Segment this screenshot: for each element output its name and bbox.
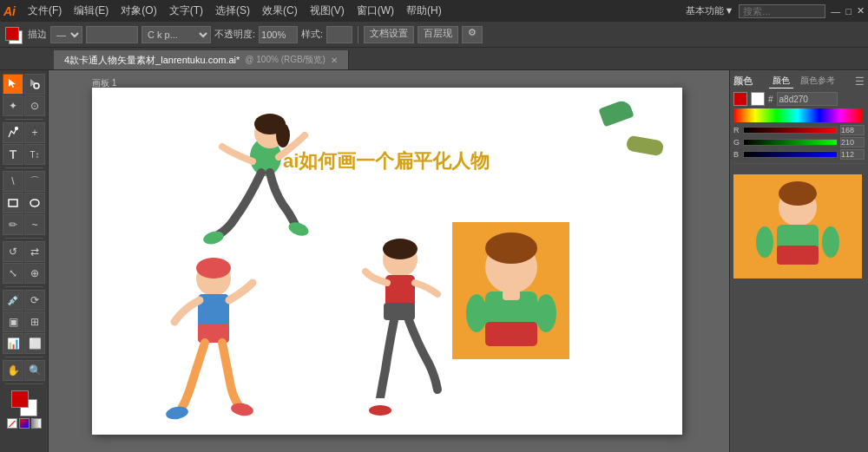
menu-edit[interactable]: 编辑(E) — [69, 3, 114, 18]
graph-tool[interactable]: 📊 — [3, 333, 23, 354]
opacity-input[interactable] — [259, 26, 298, 43]
reflect-tool[interactable]: ⇄ — [24, 241, 45, 262]
svg-point-31 — [779, 181, 817, 206]
gradient-tool[interactable]: ▣ — [3, 311, 23, 332]
menu-object[interactable]: 对象(O) — [115, 3, 161, 18]
thumbnail-svg — [733, 174, 862, 278]
panel-menu-btn[interactable]: ☰ — [855, 75, 865, 88]
blend-tool[interactable]: ⟳ — [24, 290, 45, 311]
tool-divider-4 — [5, 286, 43, 287]
doc-settings-btn[interactable]: 文档设置 — [364, 26, 414, 43]
green-slider[interactable] — [743, 139, 838, 146]
tools-options-btn[interactable]: ⚙ — [462, 26, 483, 43]
red-channel-bar: R — [733, 125, 865, 135]
svg-point-33 — [756, 226, 773, 258]
direct-select-tool[interactable] — [24, 74, 45, 95]
menu-view[interactable]: 视图(V) — [305, 3, 350, 18]
line-tool[interactable]: \ — [3, 171, 23, 192]
tool-divider-3 — [5, 238, 43, 239]
tab-close-btn[interactable]: ✕ — [331, 56, 338, 65]
eyedropper-tool[interactable]: 💉 — [3, 290, 23, 311]
green-value-input[interactable] — [840, 137, 865, 147]
close-btn[interactable]: ✕ — [857, 5, 865, 16]
arc-tool[interactable]: ⌒ — [24, 171, 45, 192]
right-panel: 颜色 颜色 颜色参考 ☰ # R — [729, 70, 868, 452]
search-input[interactable] — [739, 4, 825, 18]
maximize-btn[interactable]: □ — [845, 6, 852, 16]
stroke-foreground-color — [5, 27, 19, 41]
artwork-thumbnail — [733, 174, 862, 278]
document-tab[interactable]: 4款卡通人物矢量素材_lanrentuku.com.ai* @ 100% (RG… — [54, 50, 349, 69]
style-input[interactable] — [326, 26, 352, 43]
none-swatch[interactable] — [7, 418, 17, 429]
menu-text[interactable]: 文字(T) — [164, 3, 208, 18]
pen-tool[interactable] — [3, 122, 23, 143]
female-runner-svg — [170, 105, 344, 252]
menu-effect[interactable]: 效果(C) — [257, 3, 303, 18]
thumbnail-panel — [730, 171, 868, 452]
gradient-swatch[interactable] — [31, 418, 42, 429]
scale-tool[interactable]: ⤡ — [3, 263, 23, 284]
color-spectrum-bar[interactable] — [733, 108, 862, 122]
stroke-color-preview[interactable] — [5, 27, 24, 43]
color-tab[interactable]: 颜色 — [769, 74, 793, 88]
select-tool[interactable] — [3, 74, 23, 95]
green-channel-bar: G — [733, 137, 865, 147]
shoe-object — [598, 99, 634, 128]
current-color-swatch[interactable] — [733, 92, 747, 106]
stroke-value-input[interactable] — [86, 26, 138, 43]
utility-tools-2: ▣ ⊞ — [3, 311, 45, 332]
warp-tool[interactable]: ⊕ — [24, 263, 45, 284]
ellipse-tool[interactable] — [24, 193, 45, 213]
menu-file[interactable]: 文件(F) — [23, 3, 67, 18]
hand-tool[interactable]: ✋ — [3, 360, 23, 381]
red-value-input[interactable] — [840, 125, 865, 135]
svg-rect-2 — [9, 200, 17, 206]
svg-point-34 — [822, 226, 839, 258]
rect-tool[interactable] — [3, 193, 23, 213]
magic-wand-tool[interactable]: ✦ — [3, 95, 23, 116]
smooth-tool[interactable]: ~ — [24, 214, 45, 235]
svg-rect-27 — [485, 322, 537, 346]
svg-point-7 — [276, 123, 290, 147]
stroke-type-select[interactable]: C k p... — [141, 26, 211, 43]
menu-window[interactable]: 窗口(W) — [352, 3, 399, 18]
olive-object — [626, 134, 664, 156]
red-slider[interactable] — [743, 127, 838, 134]
tab-filename: 4款卡通人物矢量素材_lanrentuku.com.ai* — [64, 54, 240, 67]
hex-value-input[interactable] — [777, 92, 838, 106]
blue-value-input[interactable] — [840, 149, 865, 160]
portrait-card — [452, 222, 569, 359]
app-logo: Ai — [3, 4, 16, 18]
tool-divider-5 — [5, 357, 43, 357]
vertical-type-tool[interactable]: T↕ — [24, 144, 45, 165]
mesh-tool[interactable]: ⊞ — [24, 311, 45, 332]
current-stroke-swatch[interactable] — [751, 92, 765, 106]
workspace-selector[interactable]: 基本功能▼ — [686, 4, 733, 17]
svg-point-11 — [196, 258, 231, 278]
color-ref-tab[interactable]: 颜色参考 — [797, 74, 838, 88]
menu-select[interactable]: 选择(S) — [210, 3, 255, 18]
artboard-tool[interactable]: ⬜ — [24, 333, 45, 354]
minimize-btn[interactable]: — — [831, 6, 840, 16]
blue-slider[interactable] — [743, 151, 838, 158]
zoom-tool[interactable]: 🔍 — [24, 360, 45, 381]
anchor-tool[interactable]: + — [24, 122, 45, 143]
blue-channel-bar: B — [733, 149, 865, 160]
fill-stroke-swatches[interactable] — [11, 390, 37, 416]
page-btn[interactable]: 百层现 — [418, 26, 458, 43]
rotate-tool[interactable]: ↺ — [3, 241, 23, 262]
lasso-tool[interactable]: ⊙ — [24, 95, 45, 116]
canvas-area: ai如何画一个扁平化人物 — [49, 70, 729, 452]
scale-tools: ⤡ ⊕ — [3, 263, 45, 284]
pencil-tools: ✏ ~ — [3, 214, 45, 235]
color-panel-title: 颜色 — [733, 75, 753, 88]
menu-help[interactable]: 帮助(H) — [401, 3, 447, 18]
type-tool[interactable]: T — [3, 144, 23, 165]
line-tools: \ ⌒ — [3, 171, 45, 192]
portrait-svg — [452, 222, 569, 359]
stroke-select[interactable]: — — [50, 26, 82, 43]
pencil-tool[interactable]: ✏ — [3, 214, 23, 235]
color-swatch[interactable] — [19, 418, 30, 429]
utility-tools-1: 💉 ⟳ — [3, 290, 45, 311]
